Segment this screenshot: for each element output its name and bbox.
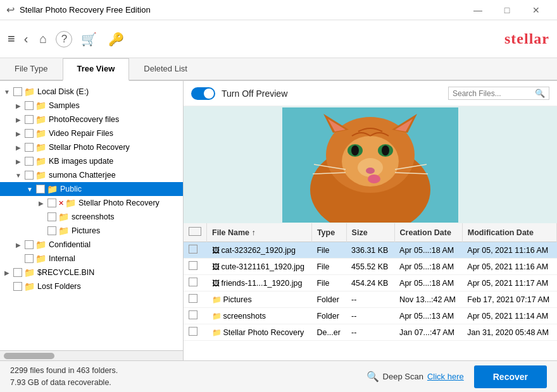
table-row[interactable]: 🖼cute-3121161_1920.jpg File 455.52 KB Ap…	[184, 259, 557, 275]
col-header-check[interactable]	[184, 223, 207, 242]
help-button[interactable]: ?	[56, 31, 72, 47]
tab-tree-view[interactable]: Tree View	[63, 58, 130, 81]
status-text: 2299 files found in 463 folders. 7.93 GB…	[10, 365, 366, 389]
tree-checkbox[interactable]	[13, 87, 22, 96]
tree-item[interactable]: ▶ 📁 KB images update	[0, 154, 183, 168]
row-checkbox-cell[interactable]	[184, 308, 207, 324]
deep-scan-area: 🔍 Deep Scan Click here	[366, 371, 464, 383]
search-icon[interactable]: 🔍	[535, 89, 545, 98]
row-checkbox-cell[interactable]	[184, 291, 207, 308]
col-header-type[interactable]: Type	[311, 223, 346, 242]
tree-item-public[interactable]: ▼ 📁 Public	[0, 182, 183, 196]
tree-checkbox[interactable]	[13, 268, 22, 277]
search-input[interactable]	[453, 89, 535, 98]
tree-label: Stellar Photo Recovery	[78, 199, 160, 207]
key-button[interactable]: 🔑	[106, 29, 127, 49]
row-checkbox-cell[interactable]	[184, 242, 207, 259]
expand-icon[interactable]: ▶	[14, 242, 23, 248]
expand-icon[interactable]: ▼	[3, 89, 11, 95]
home-button[interactable]: ⌂	[37, 29, 49, 49]
title-bar-left: ↩ Stellar Photo Recovery Free Edition	[6, 4, 151, 16]
preview-toggle[interactable]	[191, 87, 215, 100]
click-here-link[interactable]: Click here	[427, 372, 464, 381]
table-row[interactable]: 🖼friends-11...1_1920.jpg File 454.24 KB …	[184, 275, 557, 291]
tree-checkbox[interactable]	[13, 282, 22, 291]
row-size: --	[346, 291, 394, 308]
folder-icon: 📁	[35, 254, 47, 264]
col-header-modification[interactable]: Modification Date	[462, 223, 556, 242]
expand-icon[interactable]: ▶	[14, 102, 23, 109]
tree-item[interactable]: 📁 Pictures	[0, 224, 183, 238]
folder-icon: 📁	[24, 87, 35, 97]
tree-checkbox[interactable]	[25, 115, 34, 124]
close-button[interactable]: ✕	[522, 0, 551, 20]
tree-checkbox[interactable]	[25, 143, 34, 152]
expand-icon[interactable]: ▶	[3, 269, 11, 276]
tree-item[interactable]: ▶ 📁 $RECYCLE.BIN	[0, 266, 183, 279]
folder-icon: 📁	[58, 226, 70, 236]
status-line2: 7.93 GB of data recoverable.	[10, 377, 366, 389]
tree-checkbox[interactable]	[25, 254, 34, 263]
maximize-button[interactable]: □	[492, 0, 522, 20]
tree-checkbox[interactable]	[25, 129, 34, 138]
tree-item[interactable]: 📁 screenshots	[0, 210, 183, 224]
col-header-creation[interactable]: Creation Date	[394, 223, 462, 242]
tree-item[interactable]: 📁 Internal	[0, 252, 183, 266]
tree-container[interactable]: ▼ 📁 Local Disk (E:) ▶ 📁 Samples ▶ 📁 Phot…	[0, 81, 183, 350]
expand-icon[interactable]: ▶	[14, 130, 23, 137]
row-size: --	[346, 308, 394, 324]
tree-checkbox[interactable]	[47, 226, 56, 235]
back-button[interactable]: ‹	[22, 29, 31, 49]
tree-checkbox[interactable]	[36, 185, 45, 193]
minimize-button[interactable]: —	[463, 0, 492, 20]
row-checkbox-cell[interactable]	[184, 275, 207, 291]
tree-item[interactable]: ▶ 📁 Confidential	[0, 238, 183, 252]
tree-item[interactable]: ▶ 📁 Samples	[0, 99, 183, 113]
hamburger-button[interactable]: ≡	[8, 32, 15, 46]
cart-button[interactable]: 🛒	[78, 29, 99, 49]
expand-icon[interactable]: ▶	[14, 144, 23, 151]
tree-item[interactable]: ▶ 📁 Stellar Photo Recovery	[0, 140, 183, 154]
tree-item[interactable]: ▶ 📁 PhotoRecovery files	[0, 113, 183, 126]
folder-icon: 📁	[35, 101, 47, 111]
expand-icon[interactable]: ▼	[25, 186, 34, 193]
folder-icon: 📁	[65, 198, 77, 208]
table-row[interactable]: 📁Pictures Folder -- Nov 13...:42 AM Feb …	[184, 291, 557, 308]
tab-file-type[interactable]: File Type	[0, 58, 63, 80]
tree-checkbox[interactable]	[25, 101, 34, 110]
scrollbar-thumb[interactable]	[4, 353, 54, 359]
tree-checkbox[interactable]	[47, 199, 56, 207]
table-row[interactable]: 📁Stellar Photo Recovery De...er -- Jan 0…	[184, 324, 557, 341]
title-bar: ↩ Stellar Photo Recovery Free Edition — …	[0, 0, 557, 20]
expand-icon[interactable]: ▶	[37, 200, 46, 207]
row-checkbox-cell[interactable]	[184, 324, 207, 341]
expand-icon[interactable]: ▼	[14, 172, 23, 179]
col-header-filename[interactable]: File Name ↑	[207, 223, 312, 242]
recover-button[interactable]: Recover	[474, 365, 547, 388]
row-modification: Apr 05, 2021 11:17 AM	[462, 275, 556, 291]
tree-item[interactable]: ▶ ✕ 📁 Stellar Photo Recovery	[0, 196, 183, 210]
header-checkbox[interactable]	[189, 227, 201, 236]
file-table: File Name ↑ Type Size Creation Date Modi…	[184, 223, 557, 341]
table-row[interactable]: 📁screenshots Folder -- Apr 05...:13 AM A…	[184, 308, 557, 324]
main-area: ▼ 📁 Local Disk (E:) ▶ 📁 Samples ▶ 📁 Phot…	[0, 81, 557, 360]
file-list[interactable]: File Name ↑ Type Size Creation Date Modi…	[184, 223, 557, 360]
folder-icon: 📁	[47, 184, 58, 194]
tab-deleted-list[interactable]: Deleted List	[129, 58, 202, 80]
tree-item[interactable]: 📁 Lost Folders	[0, 279, 183, 293]
row-filename: 🖼cute-3121161_1920.jpg	[207, 259, 312, 275]
tree-checkbox[interactable]	[47, 212, 56, 221]
tree-checkbox[interactable]	[25, 240, 34, 249]
tree-checkbox[interactable]	[25, 157, 34, 166]
expand-icon[interactable]: ▶	[14, 116, 23, 123]
table-row[interactable]: 🖼cat-323262_1920.jpg File 336.31 KB Apr …	[184, 242, 557, 259]
col-header-size[interactable]: Size	[346, 223, 394, 242]
horizontal-scrollbar[interactable]	[0, 350, 183, 360]
tree-item[interactable]: ▼ 📁 Local Disk (E:)	[0, 85, 183, 99]
row-filename: 🖼friends-11...1_1920.jpg	[207, 275, 312, 291]
tree-item[interactable]: ▶ 📁 Video Repair Files	[0, 126, 183, 140]
row-checkbox-cell[interactable]	[184, 259, 207, 275]
tree-item[interactable]: ▼ 📁 sumona Chatterjee	[0, 168, 183, 182]
expand-icon[interactable]: ▶	[14, 158, 23, 165]
tree-checkbox[interactable]	[25, 171, 34, 180]
